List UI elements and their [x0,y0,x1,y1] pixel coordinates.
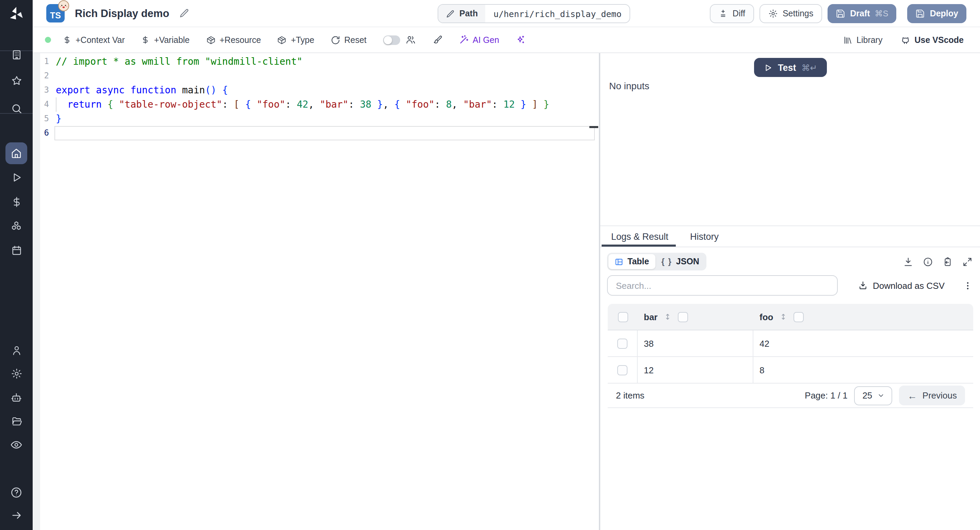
view-mode-json[interactable]: { } JSON [655,254,705,269]
code-lines[interactable]: 1// import * as wmill from "windmill-cli… [33,54,599,140]
code-line-1[interactable]: 1// import * as wmill from "windmill-cli… [33,54,599,69]
toolbar-right: Library Use VScode [843,35,964,45]
right-panel: Test ⌘↵ No inputs Logs & Result History [600,53,980,530]
sidebar-item-runs[interactable] [0,172,33,183]
code-line-2[interactable]: 2 [33,69,599,83]
result-actions [903,257,972,267]
path-label: Path [460,9,478,18]
table-row[interactable]: 12 8 [608,357,973,383]
test-button[interactable]: Test ⌘↵ [754,58,827,77]
tab-history[interactable]: History [679,226,730,247]
column-foo-checkbox[interactable] [794,312,804,322]
ai-gen-button[interactable]: AI Gen [458,35,499,45]
package-icon [206,35,215,45]
toggle-knob [383,36,392,44]
sidebar [0,0,33,530]
table-header-row: bar foo [608,304,973,330]
code-line-6[interactable]: 6 [33,126,599,140]
multiplayer-toggle-group [383,35,415,45]
settings-button[interactable]: Settings [759,4,822,23]
table-row[interactable]: 38 42 [608,330,973,357]
sort-icon[interactable] [779,313,788,321]
sort-icon[interactable] [663,313,672,321]
result-tabs: Logs & Result History [600,225,980,247]
sidebar-item-workers[interactable] [0,392,33,404]
sidebar-item-search[interactable] [0,103,33,115]
library-button[interactable]: Library [843,35,882,45]
row-checkbox[interactable] [617,338,627,348]
column-header-foo[interactable]: foo [759,312,773,322]
items-count: 2 items [616,390,644,401]
add-type-button[interactable]: +Type [277,35,314,45]
row-checkbox[interactable] [617,365,627,375]
windmill-logo[interactable] [0,5,33,23]
braces-icon: { } [661,257,672,267]
sidebar-item-home[interactable] [5,142,27,164]
column-header-bar[interactable]: bar [644,312,657,322]
save-icon [916,8,925,18]
sparkles-icon [515,35,526,45]
code-editor[interactable]: 1// import * as wmill from "windmill-cli… [33,53,599,530]
sidebar-item-settings[interactable] [0,368,33,380]
select-all-checkbox[interactable] [617,312,628,322]
sidebar-item-folders[interactable] [0,415,33,427]
draft-shortcut: ⌘S [875,8,888,18]
tab-logs-result[interactable]: Logs & Result [600,226,679,247]
sidebar-item-variables[interactable] [0,196,33,208]
code-line-3[interactable]: 3export async function main() { [33,83,599,97]
play-icon [764,63,772,72]
status-dot [45,37,51,43]
sidebar-item-audit-logs[interactable] [0,439,33,451]
table-search-row: Download as CSV [607,275,972,296]
reset-button[interactable]: Reset [331,35,366,45]
search-input[interactable] [607,275,838,296]
cell-foo: 42 [759,338,769,348]
add-resource-button[interactable]: +Resource [206,35,261,45]
multiplayer-toggle[interactable] [383,35,400,45]
sidebar-item-user[interactable] [0,345,33,356]
line-number: 6 [33,126,49,140]
column-bar-checkbox[interactable] [678,312,688,322]
search-icon [11,103,22,115]
previous-page-button[interactable]: ← Previous [899,386,965,405]
kebab-menu-icon[interactable] [963,280,972,291]
current-line-highlight [54,126,595,140]
diff-button[interactable]: Diff [710,4,754,23]
add-variable-button[interactable]: +Variable [141,35,189,45]
sidebar-item-expand[interactable] [0,509,33,521]
use-vscode-button[interactable]: Use VScode [900,35,964,45]
editor-toolbar: +Context Var +Variable +Resource +Type [33,27,980,53]
code-line-5[interactable]: 5} [33,112,599,126]
code-line-4[interactable]: 4 return { "table-row-object": [ { "foo"… [33,97,599,112]
gear-icon [11,368,22,380]
clipboard-copy-icon[interactable] [943,257,953,267]
add-context-var-button[interactable]: +Context Var [63,35,125,45]
path-editor[interactable]: Path u/henri/rich_display_demo [438,4,630,23]
calendar-icon [11,244,22,256]
line-number: 2 [33,69,49,83]
download-icon[interactable] [903,257,913,267]
view-mode-table[interactable]: Table [608,254,655,269]
sidebar-item-help[interactable] [0,486,33,499]
line-number: 3 [33,83,49,97]
table-footer: 2 items Page: 1 / 1 25 [608,383,973,407]
expand-icon[interactable] [962,257,972,267]
sidebar-item-workspace[interactable] [0,49,33,61]
sidebar-item-resources[interactable] [0,220,33,232]
line-number: 4 [33,97,49,112]
arrow-right-icon [11,509,22,521]
topbar: TS Rich Display demo [33,0,980,27]
folder-icon [11,415,22,427]
deploy-button[interactable]: Deploy [907,4,966,23]
sidebar-item-schedules[interactable] [0,244,33,256]
page-size-select[interactable]: 25 [854,386,892,405]
format-button[interactable] [432,35,442,45]
cubes-icon [10,220,22,232]
ai-sparkles-button[interactable] [515,35,526,45]
download-csv-button[interactable]: Download as CSV [858,280,945,291]
sidebar-item-favorites[interactable] [0,75,33,86]
diff-icon [719,9,728,18]
draft-button[interactable]: Draft ⌘S [827,4,896,23]
edit-summary-pencil-icon[interactable] [179,8,189,18]
info-icon[interactable] [923,257,933,267]
